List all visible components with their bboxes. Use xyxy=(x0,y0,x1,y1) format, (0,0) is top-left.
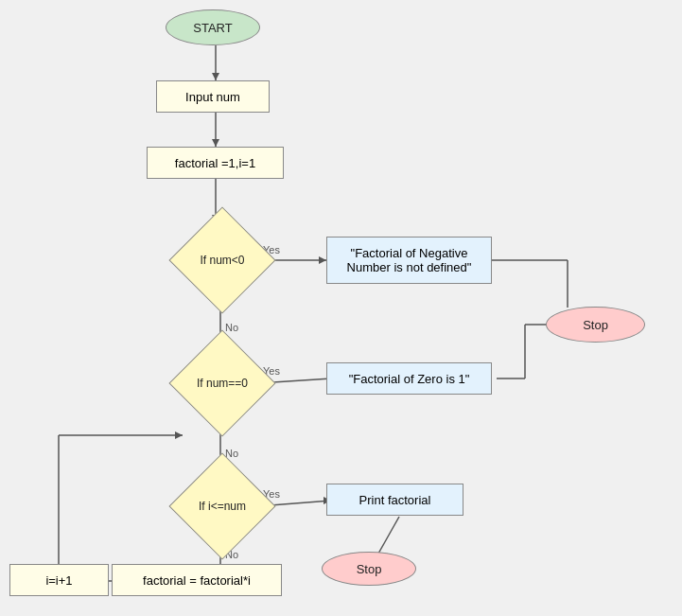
start-node: START xyxy=(166,9,260,45)
factorial-init-node: factorial =1,i=1 xyxy=(147,147,284,179)
svg-marker-19 xyxy=(212,139,219,147)
if-lte-diamond: If i<=num xyxy=(180,464,265,549)
stop2-node: Stop xyxy=(322,552,416,586)
svg-marker-22 xyxy=(319,256,326,264)
i-incr-node: i=i+1 xyxy=(9,564,109,596)
neg-msg-node: "Factorial of Negative Number is not def… xyxy=(326,237,492,284)
input-num-node: Input num xyxy=(156,80,270,113)
if-zero-diamond: If num==0 xyxy=(180,341,265,426)
zero-msg-node: "Factorial of Zero is 1" xyxy=(326,362,492,395)
svg-line-14 xyxy=(378,517,399,554)
flowchart: No No Yes Yes Yes No START Input num fac… xyxy=(0,0,682,616)
factorial-update-node: factorial = factorial*i xyxy=(112,564,282,596)
stop1-node: Stop xyxy=(546,307,645,343)
if-neg-diamond: If num<0 xyxy=(180,218,265,303)
no-label-neg: No xyxy=(225,322,238,333)
svg-marker-25 xyxy=(175,431,183,439)
svg-marker-18 xyxy=(212,73,219,80)
print-factorial-node: Print factorial xyxy=(326,484,463,516)
